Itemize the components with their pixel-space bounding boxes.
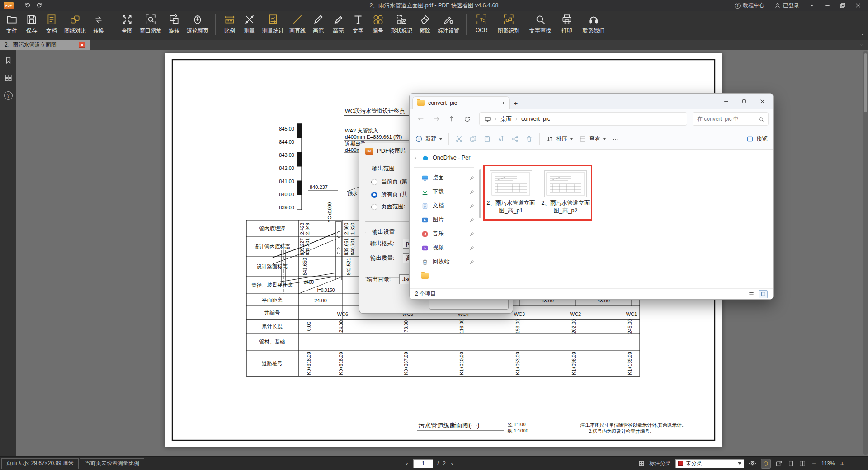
share-button[interactable] [511,135,519,143]
nav-music[interactable]: 音乐 [410,227,478,241]
rename-button[interactable] [497,135,505,143]
zoom-in-button[interactable]: + [839,460,846,467]
login-status[interactable]: 已登录 [771,2,803,9]
toolbar-draw-line[interactable]: 画直线 [287,14,308,35]
toolbar-rotate[interactable]: 旋转 [164,14,184,35]
breadcrumb[interactable]: 桌面 convert_pic [479,112,687,126]
mouse-wheel-icon [192,14,203,25]
zoom-out-button[interactable]: − [811,460,817,467]
toolbar-measure-stats[interactable]: 测量统计 [259,14,287,35]
toolbar-collapse-button[interactable] [859,32,864,37]
toolbar-measure[interactable]: 测量 [240,14,259,35]
back-button[interactable] [414,112,428,126]
explorer-maximize-button[interactable] [735,94,753,108]
breadcrumb-desktop[interactable]: 桌面 [500,115,512,123]
prev-page-button[interactable]: ‹ [405,460,409,467]
nav-videos[interactable]: 视频 [410,241,478,255]
paste-button[interactable] [483,135,491,143]
breadcrumb-current[interactable]: convert_pic [521,116,550,122]
drawing-note: 注:1.本图尺寸单位除管径以毫米计外,其余以米计。 [580,422,686,428]
more-options-button[interactable] [612,136,619,143]
toolbar-text[interactable]: 文字 [348,14,368,35]
nav-desktop[interactable]: 桌面 [410,171,478,185]
horizontal-scale: 纵 1:1000 [507,428,528,433]
page-number-input[interactable] [413,459,433,468]
undo-button[interactable] [22,1,33,10]
toolbar-shape-mark[interactable]: 形状标记 [388,14,415,35]
explorer-close-button[interactable] [753,94,771,108]
toolbar-contact-us[interactable]: 联系我们 [578,14,609,35]
thumbnails-panel-button[interactable] [4,74,13,82]
new-tab-button[interactable]: + [510,97,522,109]
toolbar-ocr[interactable]: OCR [471,14,493,33]
annotation-filter-select[interactable]: 未分类 [675,459,744,468]
continuous-view-button[interactable] [799,460,806,467]
toolbar-annotation-settings[interactable]: 标注设置 [435,14,462,35]
next-page-button[interactable]: › [450,460,454,467]
document-tab[interactable]: 2、雨污水管道立面图 [0,40,90,50]
tabbar-menu-button[interactable] [859,40,868,50]
tab-close-button[interactable] [79,42,85,48]
tutorial-center-link[interactable]: ? 教程中心 [731,2,768,9]
single-page-view-button[interactable] [787,460,794,467]
bookmarks-panel-button[interactable] [4,56,13,65]
radio-page-range[interactable]: 页面范围: [371,203,405,211]
toolbar-eraser[interactable]: 擦除 [415,14,435,35]
explorer-address-bar: 桌面 convert_pic 在 convert_pic 中 [410,109,773,129]
toolbar-text-search[interactable]: 文字查找 [524,14,556,35]
nav-recycle-bin[interactable]: 回收站 [410,255,478,269]
toolbar-convert[interactable]: 转换 [89,14,108,35]
toolbar-label: OCR [476,27,488,33]
canvas-scrollbar[interactable] [863,51,868,455]
delete-button[interactable] [525,135,533,143]
toolbar-drawing-compare[interactable]: 图纸对比 [61,14,89,35]
tab-close-icon[interactable] [500,101,505,105]
explorer-minimize-button[interactable] [717,94,735,108]
menu-dropdown-button[interactable] [806,0,818,10]
toolbar-save[interactable]: 保存 [22,14,42,35]
toolbar-pen[interactable]: 画笔 [308,14,328,35]
icons-view-button[interactable] [759,290,768,298]
new-button[interactable]: 新建 [415,135,442,143]
toolbar-print[interactable]: 打印 [556,14,578,35]
toolbar-wheel-page[interactable]: 滚轮翻页 [184,14,211,35]
radio-all-pages[interactable]: 所有页 (共 [371,191,407,198]
explorer-tab[interactable]: convert_pic [412,96,510,109]
help-panel-button[interactable]: ? [4,91,13,100]
nav-downloads[interactable]: 下载 [410,185,478,199]
row-label: 设计路面标高 [257,264,288,269]
toolbar-document[interactable]: 文档 [42,14,61,35]
toolbar-file[interactable]: 文件 [2,14,22,35]
toolbar-fit-view[interactable]: 全图 [117,14,137,35]
export-view-button[interactable] [775,460,783,467]
copy-button[interactable] [469,135,477,143]
view-button[interactable]: 查看 [579,135,606,143]
toolbar-window-zoom[interactable]: 窗口缩放 [137,14,164,35]
explorer-search-box[interactable]: 在 convert_pic 中 [693,112,769,126]
refresh-button[interactable] [460,112,474,126]
toolbar-highlight[interactable]: 高亮 [328,14,348,35]
nav-label: 文档 [433,202,465,210]
nav-folder-partial[interactable] [410,269,478,283]
nav-pictures[interactable]: 图片 [410,213,478,227]
restore-button[interactable] [836,0,849,10]
toolbar-shape-recognition[interactable]: 图形识别 [493,14,524,35]
onedrive-item[interactable]: OneDrive - Per [410,151,478,164]
radio-current-page[interactable]: 当前页 (第 [371,178,407,186]
cut-button[interactable] [455,135,463,143]
pan-tool-button[interactable] [761,459,771,469]
close-button[interactable] [852,0,864,10]
preview-button[interactable]: 预览 [746,135,768,143]
forward-button[interactable] [429,112,443,126]
visibility-toggle-button[interactable] [749,460,756,467]
scrollbar-thumb[interactable] [864,53,867,112]
up-button[interactable] [445,112,458,126]
details-view-button[interactable] [747,290,756,298]
toolbar-scale[interactable]: 比例 [220,14,240,35]
measure-scale-info[interactable]: 当前页未设置测量比例 [80,458,144,469]
toolbar-numbering[interactable]: 编号 [368,14,388,35]
sort-button[interactable]: 排序 [546,135,573,143]
nav-documents[interactable]: 文档 [410,199,478,213]
redo-button[interactable] [33,1,45,10]
minimize-button[interactable] [821,0,834,10]
